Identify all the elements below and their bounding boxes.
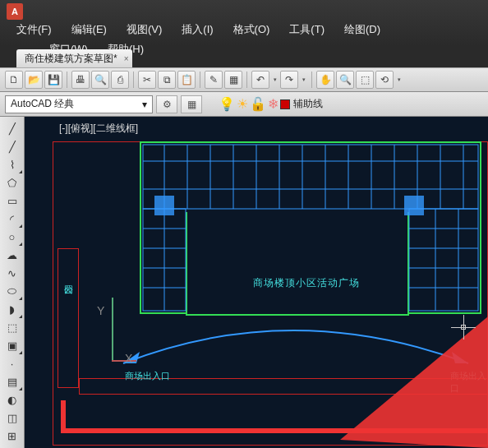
draw-toolbar: ╱ ╱ ⌇ ⬠ ▭ ◜ ○ ☁ ∿ ⬭ ◗ ⬚ ▣ · ▤ ◐ ◫ ⊞ [0, 117, 25, 448]
main-area: ╱ ╱ ⌇ ⬠ ▭ ◜ ○ ☁ ∿ ⬭ ◗ ⬚ ▣ · ▤ ◐ ◫ ⊞ [-][… [0, 117, 488, 448]
plaza-label: 商场楼顶小区活动广场 [253, 276, 360, 290]
toolbar-separator [67, 72, 67, 88]
workspace-toolbar: AutoCAD 经典 ▾ ⚙ ▦ 💡 ☀ 🔓 ❄ 辅助线 [0, 92, 488, 117]
revision-cloud-tool[interactable]: ☁ [3, 247, 21, 263]
copy-button[interactable]: ⧉ [158, 71, 176, 89]
print-preview-button[interactable]: 🔍 [91, 71, 109, 89]
layer-color-swatch [280, 99, 290, 109]
lightbulb-icon: 💡 [219, 96, 235, 112]
point-tool[interactable]: · [3, 355, 21, 372]
gradient-tool[interactable]: ◐ [3, 391, 21, 408]
ucs-y-axis [112, 298, 113, 362]
svg-rect-31 [404, 196, 424, 215]
hatch-tool[interactable]: ▤ [3, 373, 21, 390]
polygon-tool[interactable]: ⬠ [3, 174, 21, 191]
toolbar-separator [246, 72, 247, 88]
ellipse-arc-tool[interactable]: ◗ [3, 301, 21, 317]
zoom-realtime-button[interactable]: 🔍 [336, 71, 354, 89]
new-button[interactable]: 🗋 [5, 71, 23, 89]
undo-dropdown[interactable]: ▾ [271, 71, 279, 89]
standard-toolbar: 🗋 📂 💾 🖶 🔍 ⎙ ✂ ⧉ 📋 ✎ ▦ ↶▾ ↷▾ ✋ 🔍 ⬚ ⟲ ▾ [0, 67, 488, 92]
viewport-label[interactable]: [-][俯视][二维线框] [59, 122, 138, 136]
menu-edit[interactable]: 编辑(E) [62, 20, 117, 39]
ellipse-tool[interactable]: ⬭ [3, 283, 21, 299]
undo-button[interactable]: ↶ [251, 71, 269, 89]
ucs-y-label: Y [97, 304, 104, 317]
line-tool[interactable]: ╱ [3, 120, 21, 136]
construction-line-tool[interactable]: ╱ [3, 138, 21, 155]
document-tab[interactable]: 商住楼建筑方案草图* × [16, 49, 132, 67]
chevron-down-icon: ▾ [142, 99, 147, 110]
match-properties-button[interactable]: ✎ [205, 71, 223, 89]
menu-insert[interactable]: 插入(I) [172, 20, 223, 39]
publish-button[interactable]: ⎙ [111, 71, 129, 89]
menu-view[interactable]: 视图(V) [117, 20, 172, 39]
workspace-save-button[interactable]: ▦ [181, 95, 202, 113]
polyline-tool[interactable]: ⌇ [3, 156, 21, 173]
layer-name: 辅助线 [293, 97, 323, 111]
svg-rect-30 [154, 196, 174, 215]
open-button[interactable]: 📂 [25, 71, 43, 89]
cut-button[interactable]: ✂ [138, 71, 156, 89]
menu-file[interactable]: 文件(F) [7, 20, 62, 39]
toolbar-separator [133, 72, 134, 88]
workspace-settings-button[interactable]: ⚙ [156, 95, 177, 113]
arc-tool[interactable]: ◜ [3, 210, 21, 227]
print-button[interactable]: 🖶 [71, 71, 90, 89]
zoom-dropdown[interactable]: ▾ [395, 71, 403, 89]
spline-tool[interactable]: ∿ [3, 265, 21, 281]
region-tool[interactable]: ◫ [3, 409, 21, 426]
zoom-window-button[interactable]: ⬚ [356, 71, 374, 89]
annotation-line-vertical [61, 400, 66, 433]
app-icon[interactable]: A [7, 3, 23, 20]
menu-draw[interactable]: 绘图(D) [334, 20, 390, 39]
insert-block-tool[interactable]: ⬚ [3, 319, 21, 335]
circle-tool[interactable]: ○ [3, 229, 21, 245]
ucs-x-label: X [125, 352, 132, 365]
paste-button[interactable]: 📋 [177, 71, 196, 89]
svg-rect-2 [409, 209, 478, 311]
toolbar-separator [311, 72, 312, 88]
workspace-select[interactable]: AutoCAD 经典 ▾ [5, 95, 153, 113]
menu-format[interactable]: 格式(O) [223, 20, 280, 39]
menu-bar: A 文件(F) 编辑(E) 视图(V) 插入(I) 格式(O) 工具(T) 绘图… [0, 0, 488, 46]
annotation-pointer [307, 300, 488, 448]
lock-icon: 🔓 [250, 96, 266, 112]
block-editor-button[interactable]: ▦ [224, 71, 242, 89]
redo-button[interactable]: ↷ [280, 71, 298, 89]
rectangle-tool[interactable]: ▭ [3, 192, 21, 209]
menu-tools[interactable]: 工具(T) [279, 20, 334, 39]
workspace-value: AutoCAD 经典 [11, 97, 74, 111]
pan-button[interactable]: ✋ [316, 71, 334, 89]
ucs-x-axis [112, 360, 136, 362]
table-tool[interactable]: ⊞ [3, 427, 21, 444]
freeze-icon: ❄ [268, 96, 279, 112]
layer-control[interactable]: 💡 ☀ 🔓 ❄ 辅助线 [219, 96, 323, 112]
toolbar-separator [200, 72, 200, 88]
redo-dropdown[interactable]: ▾ [300, 71, 307, 89]
road-left [58, 248, 79, 388]
zoom-previous-button[interactable]: ⟲ [375, 71, 394, 89]
drawing-canvas[interactable]: [-][俯视][二维线框] [25, 117, 488, 448]
make-block-tool[interactable]: ▣ [3, 337, 21, 353]
tab-title: 商住楼建筑方案草图* [25, 52, 117, 66]
tab-close-icon[interactable]: × [124, 54, 129, 63]
entrance-label-left: 商场出入口 [125, 370, 170, 382]
svg-marker-34 [340, 316, 488, 448]
save-button[interactable]: 💾 [44, 71, 62, 89]
sun-icon: ☀ [237, 96, 248, 112]
svg-rect-0 [143, 145, 478, 209]
